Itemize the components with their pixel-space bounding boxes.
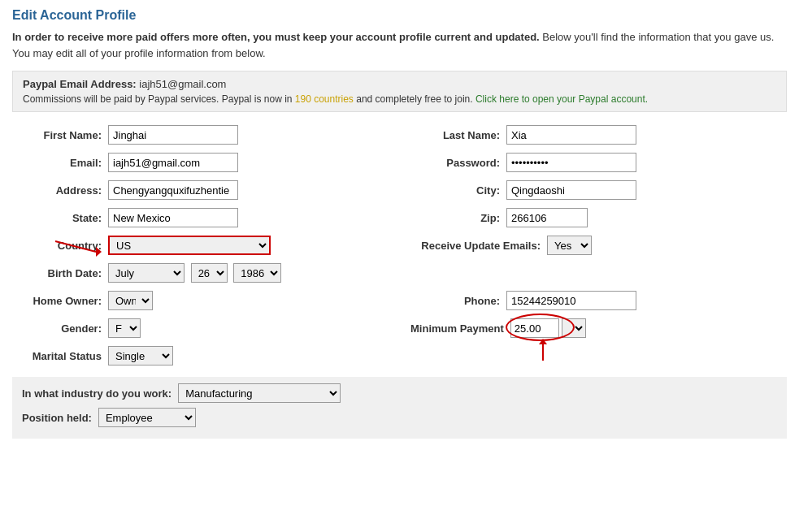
password-input[interactable] — [506, 153, 636, 172]
email-label: Email: — [12, 157, 102, 169]
receive-emails-select[interactable]: Yes No — [547, 236, 592, 255]
email-col: Email: — [12, 153, 410, 172]
svg-line-0 — [55, 241, 96, 252]
intro-text: In order to receive more paid offers mor… — [12, 29, 787, 61]
homeowner-phone-row: Home Owner: Own Rent Phone: — [12, 291, 787, 310]
marital-col: Marital Status Single Married Divorced W… — [12, 346, 410, 365]
industry-label: In what industry do you work: — [22, 387, 172, 400]
city-input[interactable] — [506, 180, 636, 200]
birth-year-select[interactable]: 198019811982 198319841985 198619871988 1… — [233, 263, 281, 283]
phone-input[interactable] — [506, 291, 636, 310]
last-name-col: Last Name: — [410, 125, 636, 145]
city-col: City: — [410, 180, 636, 200]
birth-day-select[interactable]: 1234 5101520 252627283031 — [191, 263, 228, 283]
paypal-email-label: Paypal Email Address: — [23, 78, 137, 90]
industry-row: In what industry do you work: Manufactur… — [22, 383, 777, 403]
paypal-info-prefix: Commissions will be paid by Paypal servi… — [23, 93, 295, 105]
industry-select[interactable]: Manufacturing Technology Healthcare Fina… — [178, 383, 341, 403]
birthdate-selects: JanuaryFebruaryMarch AprilMayJune JulyAu… — [108, 263, 284, 283]
paypal-email-value: iajh51@gmail.com — [139, 78, 226, 90]
paypal-info-middle: and completely free to join. — [356, 93, 475, 105]
svg-marker-3 — [539, 339, 547, 344]
position-row: Position held: Employee Manager Director… — [22, 408, 777, 427]
birthdate-row: Birth Date: JanuaryFebruaryMarch AprilMa… — [12, 263, 787, 283]
intro-bold: In order to receive more paid offers mor… — [12, 31, 540, 43]
birthdate-label: Birth Date: — [12, 267, 102, 279]
address-input[interactable] — [108, 180, 238, 200]
state-input[interactable] — [108, 208, 238, 227]
name-row: First Name: Last Name: — [12, 125, 787, 145]
receive-emails-col: Receive Update Emails: Yes No — [410, 236, 592, 255]
country-col: Country: US UK Canada Australia — [12, 236, 410, 255]
zip-input[interactable] — [506, 208, 588, 227]
min-payment-select[interactable]: ▼ — [562, 318, 586, 338]
position-select[interactable]: Employee Manager Director VP CEO — [98, 408, 196, 427]
state-label: State: — [12, 212, 102, 224]
last-name-label: Last Name: — [410, 129, 500, 141]
marital-label: Marital Status — [12, 350, 102, 362]
address-col: Address: — [12, 180, 410, 200]
phone-label: Phone: — [410, 295, 500, 307]
password-label: Password: — [410, 157, 500, 169]
first-name-input[interactable] — [108, 125, 238, 145]
gender-select[interactable]: M F — [108, 318, 141, 338]
email-password-row: Email: Password: — [12, 153, 787, 172]
first-name-label: First Name: — [12, 129, 102, 141]
address-city-row: Address: City: — [12, 180, 787, 200]
country-emails-row: Country: US UK Canada Australia Receive … — [12, 236, 787, 255]
paypal-box: Paypal Email Address: iajh51@gmail.com C… — [12, 71, 787, 112]
min-payment-label: Minimum Payment — [410, 322, 504, 335]
open-paypal-link[interactable]: Click here to open your Paypal account. — [475, 93, 648, 105]
gender-minpayment-row: Gender: M F Minimum Payment ▼ — [12, 318, 787, 338]
homeowner-col: Home Owner: Own Rent — [12, 291, 410, 310]
last-name-input[interactable] — [506, 125, 636, 145]
svg-marker-1 — [96, 247, 102, 257]
homeowner-label: Home Owner: — [12, 295, 102, 307]
min-payment-col: Minimum Payment ▼ — [410, 318, 586, 338]
zip-col: Zip: — [410, 208, 588, 227]
gender-label: Gender: — [12, 322, 102, 335]
phone-col: Phone: — [410, 291, 636, 310]
position-label: Position held: — [22, 412, 92, 424]
paypal-info-row: Commissions will be paid by Paypal servi… — [23, 93, 776, 105]
min-payment-input[interactable] — [510, 318, 559, 338]
gender-col: Gender: M F — [12, 318, 410, 338]
email-input[interactable] — [108, 153, 238, 172]
address-label: Address: — [12, 184, 102, 197]
min-payment-wrap: ▼ — [510, 318, 587, 338]
zip-label: Zip: — [410, 212, 500, 224]
country-select-wrap: US UK Canada Australia — [108, 236, 271, 255]
country-select[interactable]: US UK Canada Australia — [108, 236, 271, 255]
password-col: Password: — [410, 153, 636, 172]
paypal-email-row: Paypal Email Address: iajh51@gmail.com — [23, 78, 776, 90]
state-col: State: — [12, 208, 410, 227]
first-name-col: First Name: — [12, 125, 410, 145]
industry-section: In what industry do you work: Manufactur… — [12, 377, 787, 439]
receive-emails-label: Receive Update Emails: — [410, 240, 541, 252]
marital-select[interactable]: Single Married Divorced Widowed — [108, 346, 173, 365]
birth-month-select[interactable]: JanuaryFebruaryMarch AprilMayJune JulyAu… — [108, 263, 185, 283]
birthdate-col: Birth Date: JanuaryFebruaryMarch AprilMa… — [12, 263, 410, 283]
homeowner-select[interactable]: Own Rent — [108, 291, 153, 310]
country-arrow-annotation — [51, 237, 104, 260]
min-payment-arrow-annotation — [531, 338, 555, 361]
countries-link[interactable]: 190 countries — [295, 93, 354, 105]
city-label: City: — [410, 184, 500, 197]
marital-row: Marital Status Single Married Divorced W… — [12, 346, 787, 365]
page-title: Edit Account Profile — [12, 8, 787, 23]
state-zip-row: State: Zip: — [12, 208, 787, 227]
